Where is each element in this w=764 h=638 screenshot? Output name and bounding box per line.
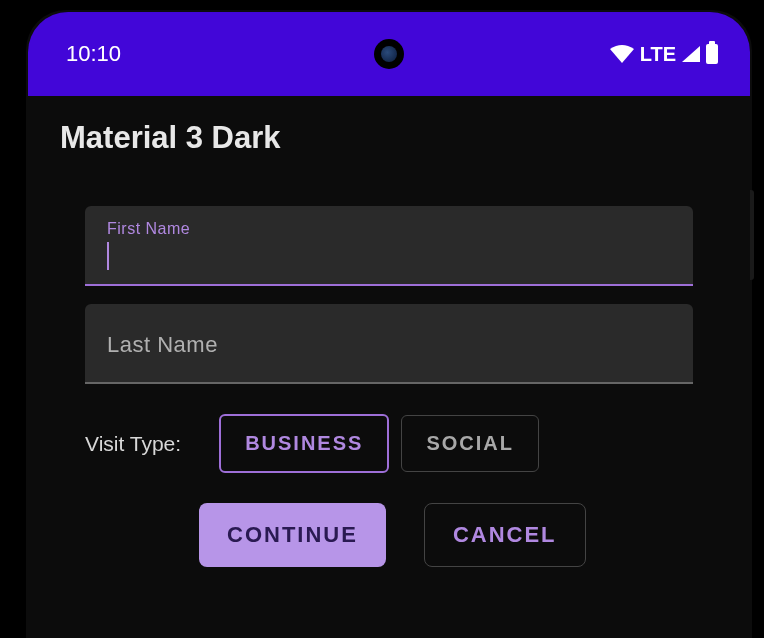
first-name-label: First Name: [107, 220, 671, 238]
status-time: 10:10: [66, 41, 121, 67]
signal-icon: [682, 46, 700, 62]
continue-button[interactable]: CONTINUE: [199, 503, 386, 567]
phone-frame: 10:10 LTE Material 3 Dark First Name: [16, 0, 762, 638]
visit-type-business[interactable]: BUSINESS: [219, 414, 389, 473]
network-label: LTE: [640, 43, 676, 66]
visit-type-label: Visit Type:: [85, 432, 181, 456]
camera-cutout: [374, 39, 404, 69]
cancel-button[interactable]: CANCEL: [424, 503, 586, 567]
status-icons: LTE: [610, 43, 718, 66]
battery-icon: [706, 44, 718, 64]
status-bar: 10:10 LTE: [28, 12, 750, 96]
first-name-field[interactable]: First Name: [85, 206, 693, 286]
last-name-label: Last Name: [107, 318, 671, 358]
wifi-icon: [610, 45, 634, 63]
last-name-field[interactable]: Last Name: [85, 304, 693, 384]
visit-type-social[interactable]: SOCIAL: [401, 415, 539, 472]
text-cursor: [107, 242, 109, 270]
page-title: Material 3 Dark: [60, 120, 718, 156]
